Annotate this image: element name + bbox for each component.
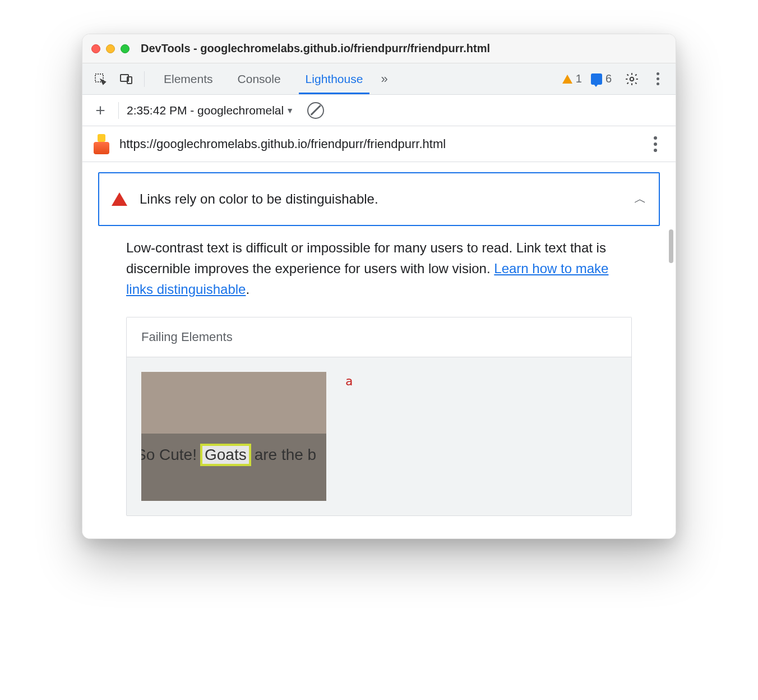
- report-url-bar: https://googlechromelabs.github.io/frien…: [82, 126, 676, 162]
- zoom-window-button[interactable]: [121, 44, 130, 53]
- toolbar-divider: [144, 71, 145, 87]
- failing-elements-panel: Failing Elements So Cute! Goats are the …: [126, 317, 632, 516]
- failing-elements-body: So Cute! Goats are the b a: [127, 357, 631, 515]
- svg-point-3: [630, 77, 634, 81]
- warnings-badge[interactable]: 1: [562, 72, 582, 85]
- audit-title: Links rely on color to be distinguishabl…: [140, 191, 622, 207]
- lighthouse-toolbar: + 2:35:42 PM - googlechromelal ▼: [82, 95, 676, 126]
- report-menu-button[interactable]: [645, 134, 665, 154]
- settings-button[interactable]: [621, 68, 643, 90]
- messages-count: 6: [606, 72, 612, 85]
- close-window-button[interactable]: [91, 44, 100, 53]
- dropdown-caret-icon: ▼: [286, 106, 294, 115]
- device-toggle-icon[interactable]: [115, 68, 137, 90]
- warnings-count: 1: [576, 72, 582, 85]
- audit-description-suffix: .: [246, 282, 249, 297]
- inspect-element-icon[interactable]: [89, 68, 112, 90]
- tab-console[interactable]: Console: [225, 63, 293, 94]
- issue-badges[interactable]: 1 6: [562, 72, 612, 85]
- more-options-button[interactable]: [646, 68, 669, 90]
- fail-triangle-icon: [112, 192, 127, 206]
- scrollbar-thumb[interactable]: [669, 229, 673, 263]
- lighthouse-logo-icon: [93, 134, 110, 154]
- thumb-text-post: are the b: [255, 446, 317, 464]
- highlighted-link-text: Goats: [200, 444, 251, 466]
- devtools-window: DevTools - googlechromelabs.github.io/fr…: [82, 34, 676, 539]
- element-tag-name: a: [345, 372, 353, 388]
- failing-elements-header: Failing Elements: [127, 317, 631, 357]
- collapse-chevron-icon[interactable]: ︿: [634, 191, 646, 208]
- tab-lighthouse[interactable]: Lighthouse: [293, 63, 376, 94]
- panel-tabs: Elements Console Lighthouse »: [151, 63, 394, 94]
- warning-icon: [562, 75, 572, 84]
- subbar-divider: [118, 102, 119, 119]
- audit-summary-card[interactable]: Links rely on color to be distinguishabl…: [98, 172, 660, 226]
- report-url: https://googlechromelabs.github.io/frien…: [119, 137, 636, 151]
- report-selector-label: 2:35:42 PM - googlechromelal: [127, 104, 284, 117]
- element-screenshot-text: So Cute! Goats are the b: [141, 444, 326, 466]
- traffic-lights: [91, 44, 130, 53]
- window-titlebar: DevTools - googlechromelabs.github.io/fr…: [82, 34, 676, 63]
- devtools-toolbar: Elements Console Lighthouse » 1 6: [82, 63, 676, 95]
- thumb-text-pre: So Cute!: [141, 446, 197, 464]
- message-icon: [591, 73, 602, 85]
- clear-report-button[interactable]: [307, 102, 324, 119]
- tab-elements[interactable]: Elements: [151, 63, 225, 94]
- more-tabs-button[interactable]: »: [375, 63, 393, 94]
- messages-badge[interactable]: 6: [591, 72, 612, 85]
- new-report-button[interactable]: +: [90, 100, 110, 121]
- report-content: Links rely on color to be distinguishabl…: [82, 162, 676, 538]
- audit-description: Low-contrast text is difficult or imposs…: [126, 237, 632, 300]
- report-selector[interactable]: 2:35:42 PM - googlechromelal ▼: [127, 104, 294, 117]
- element-screenshot[interactable]: So Cute! Goats are the b: [141, 372, 326, 501]
- minimize-window-button[interactable]: [106, 44, 115, 53]
- window-title: DevTools - googlechromelabs.github.io/fr…: [141, 42, 490, 55]
